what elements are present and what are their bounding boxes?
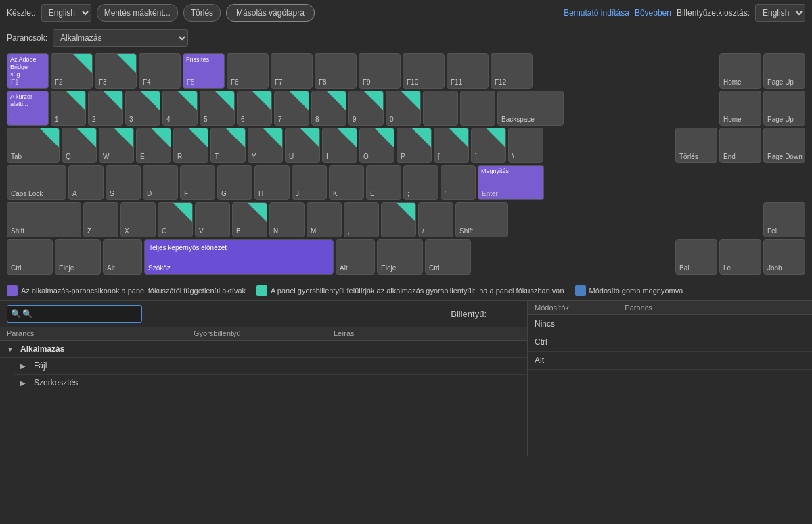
key-t[interactable]: T	[210, 128, 246, 163]
key-f2[interactable]: F2	[51, 53, 93, 89]
key-1[interactable]: 1	[51, 91, 86, 126]
key-4[interactable]: 4	[162, 91, 198, 126]
key-x[interactable]: X	[120, 202, 156, 237]
key-eleje-left[interactable]: Eleje	[55, 239, 101, 275]
list-item-szerkesztes[interactable]: ▶ Szerkesztés	[14, 375, 527, 391]
key-minus[interactable]: -	[423, 91, 458, 126]
search-input-wrap: 🔍	[7, 305, 142, 323]
key-eleje-right[interactable]: Eleje	[377, 239, 423, 275]
key-home[interactable]: Home	[719, 53, 761, 89]
key-2[interactable]: 2	[88, 91, 123, 126]
key-backtick[interactable]: A kurzoralatti... `	[7, 91, 49, 126]
key-h[interactable]: H	[254, 165, 290, 200]
key-shift-right[interactable]: Shift	[455, 202, 508, 237]
key-ctrl-left[interactable]: Ctrl	[7, 239, 53, 275]
key-a[interactable]: A	[68, 165, 104, 200]
key-backslash[interactable]: \	[508, 128, 543, 163]
key-period[interactable]: .	[381, 202, 416, 237]
key-7[interactable]: 7	[274, 91, 309, 126]
torles-button[interactable]: Törlés	[183, 4, 221, 22]
key-q[interactable]: Q	[62, 128, 97, 163]
key-8[interactable]: 8	[311, 91, 346, 126]
key-alt-left[interactable]: Alt	[103, 239, 142, 275]
key-pageup[interactable]: Page Up	[763, 53, 805, 89]
key-torl[interactable]: Törlés	[675, 128, 717, 163]
key-arrow-down[interactable]: Le	[719, 239, 761, 275]
key-f9[interactable]: F9	[359, 53, 401, 89]
key-j[interactable]: J	[292, 165, 327, 200]
key-pageup2[interactable]: Page Up	[763, 91, 805, 126]
key-tab[interactable]: Tab	[7, 128, 60, 163]
key-comma[interactable]: ,	[344, 202, 379, 237]
key-r[interactable]: R	[173, 128, 208, 163]
key-0[interactable]: 0	[386, 91, 421, 126]
key-i[interactable]: I	[322, 128, 357, 163]
key-x-label: X	[125, 227, 129, 235]
key-arrow-right-label: Jobb	[767, 264, 782, 272]
key-b[interactable]: B	[232, 202, 267, 237]
parancsok-select[interactable]: Alkalmazás	[53, 29, 188, 47]
key-e[interactable]: E	[136, 128, 171, 163]
key-o[interactable]: O	[359, 128, 394, 163]
key-f10[interactable]: F10	[403, 53, 445, 89]
key-up[interactable]: Fel	[763, 202, 805, 237]
key-w[interactable]: W	[99, 128, 134, 163]
billentyuzet-select[interactable]: English	[755, 4, 805, 22]
key-y[interactable]: Y	[248, 128, 283, 163]
key-f11[interactable]: F11	[447, 53, 489, 89]
key-k[interactable]: K	[329, 165, 364, 200]
key-enter[interactable]: Megnyitás Enter	[478, 165, 544, 200]
key-f1[interactable]: Az Adobe Bridgesúg... F1	[7, 53, 49, 89]
key-g[interactable]: G	[217, 165, 252, 200]
key-u[interactable]: U	[285, 128, 320, 163]
key-c[interactable]: C	[158, 202, 193, 237]
key-n[interactable]: N	[269, 202, 304, 237]
key-f7[interactable]: F7	[271, 53, 313, 89]
bemutato-link[interactable]: Bemutató indítása	[564, 8, 629, 18]
search-input[interactable]	[7, 305, 142, 323]
key-space[interactable]: Teljes képernyős előnézet Szóköz	[144, 239, 334, 275]
key-end[interactable]: End	[719, 128, 761, 163]
key-shift-left[interactable]: Shift	[7, 202, 81, 237]
masolas-button[interactable]: Másolás vágólapra	[226, 4, 315, 22]
key-f8[interactable]: F8	[315, 53, 357, 89]
key-arrow-left[interactable]: Bal	[675, 239, 717, 275]
key-f3[interactable]: F3	[95, 53, 137, 89]
key-9[interactable]: 9	[348, 91, 384, 126]
mentes-button[interactable]: Mentés másként...	[97, 4, 178, 22]
key-5[interactable]: 5	[200, 91, 235, 126]
key-f12[interactable]: F12	[491, 53, 533, 89]
key-l[interactable]: L	[366, 165, 401, 200]
key-f2-label: F2	[55, 78, 63, 86]
key-alt-right[interactable]: Alt	[336, 239, 375, 275]
key-equals[interactable]: =	[460, 91, 495, 126]
key-semicolon[interactable]: ;	[403, 165, 438, 200]
key-home2[interactable]: Home	[719, 91, 761, 126]
key-f5[interactable]: Frissítés F5	[183, 53, 225, 89]
key-capslock[interactable]: Caps Lock	[7, 165, 66, 200]
key-ctrl-right[interactable]: Ctrl	[425, 239, 471, 275]
key-f6[interactable]: F6	[227, 53, 269, 89]
key-apostrophe[interactable]: '	[441, 165, 476, 200]
key-v[interactable]: V	[195, 202, 230, 237]
bovebben-link[interactable]: Bővebben	[635, 8, 671, 18]
key-f[interactable]: F	[180, 165, 215, 200]
key-p[interactable]: P	[397, 128, 432, 163]
key-s[interactable]: S	[106, 165, 141, 200]
key-6[interactable]: 6	[237, 91, 272, 126]
key-rbracket[interactable]: ]	[471, 128, 506, 163]
key-backspace[interactable]: Backspace	[497, 91, 564, 126]
keszlet-select[interactable]: English	[41, 4, 91, 22]
key-3[interactable]: 3	[125, 91, 160, 126]
list-item-alkalmazas[interactable]: ▼ Alkalmazás	[0, 341, 527, 358]
table-body: ▼ Alkalmazás ▶ Fájl ▶ Szerkesztés	[0, 341, 527, 456]
key-f4[interactable]: F4	[139, 53, 181, 89]
key-pagedown[interactable]: Page Down	[763, 128, 805, 163]
list-item-fajl[interactable]: ▶ Fájl	[14, 358, 527, 375]
key-m[interactable]: M	[307, 202, 342, 237]
key-lbracket[interactable]: [	[434, 128, 469, 163]
key-arrow-right[interactable]: Jobb	[763, 239, 805, 275]
key-d[interactable]: D	[143, 165, 178, 200]
key-slash[interactable]: /	[418, 202, 453, 237]
key-z[interactable]: Z	[83, 202, 118, 237]
